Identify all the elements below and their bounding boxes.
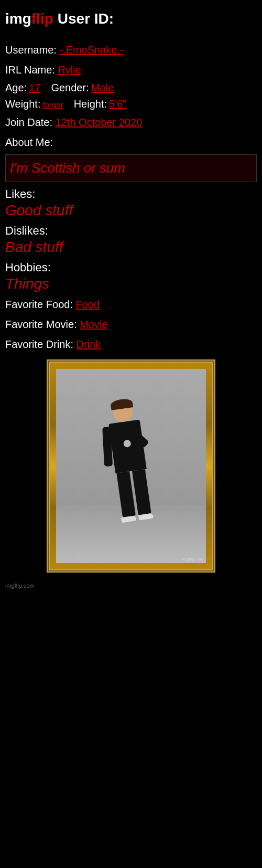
likes-label: Likes:: [5, 187, 257, 201]
fav-food-value: Food: [76, 299, 100, 310]
header: imgflip User ID:: [5, 5, 257, 38]
photo-watermark: imgflip.com: [182, 557, 203, 562]
person-torso: [108, 420, 147, 473]
person-head: [111, 400, 134, 423]
fav-drink-row: Favorite Drink: Drink: [5, 336, 257, 352]
fav-drink-label: Favorite Drink:: [5, 338, 73, 350]
about-me-label: About Me:: [5, 136, 53, 148]
gender-field: Gender: Male: [51, 82, 114, 94]
person-left-arm: [102, 427, 113, 467]
fav-drink-value: Drink: [77, 338, 101, 350]
join-date-row: Join Date: 12th October 2020: [5, 114, 257, 130]
join-date-label: Join Date:: [5, 117, 52, 128]
fav-food-row: Favorite Food: Food: [5, 297, 257, 312]
weight-field: Weight: forgor: [5, 98, 63, 110]
fav-food-label: Favorite Food:: [5, 299, 73, 310]
height-label: Height:: [74, 98, 107, 110]
irl-name-row: IRL Name: Rylie: [5, 62, 257, 78]
footer-watermark: imgflip.com: [5, 580, 257, 591]
irl-name-value: Rylie: [58, 64, 81, 76]
fav-movie-row: Favorite Movie: Movie: [5, 316, 257, 332]
dislikes-value: Bad stuff: [5, 239, 257, 256]
gender-label: Gender:: [51, 82, 89, 94]
irl-name-label: IRL Name:: [5, 64, 55, 76]
photo-frame-wrapper: imgflip.com: [5, 363, 257, 569]
username-row: Username: -.EmoSnake.-: [5, 42, 257, 58]
weight-label: Weight:: [5, 98, 40, 110]
about-me-value: I'm Scottish or sum: [10, 160, 125, 176]
weight-height-row: Weight: forgor Height: 5'6": [5, 98, 257, 110]
logo-img-text: img: [5, 10, 31, 27]
scene-background: imgflip.com: [56, 369, 206, 563]
logo-flip-text: flip: [31, 10, 53, 27]
person-logo: [123, 439, 131, 448]
photo-inner: imgflip.com: [56, 369, 206, 563]
username-label: Username:: [5, 44, 57, 56]
weight-value: forgor: [42, 100, 63, 109]
logo: imgflip: [5, 10, 53, 27]
about-me-section: About Me:: [5, 134, 257, 150]
about-me-box: I'm Scottish or sum: [5, 154, 257, 182]
page-title: User ID:: [58, 10, 114, 27]
age-field: Age: 17: [5, 82, 40, 94]
age-value: 17: [29, 82, 40, 94]
age-label: Age:: [5, 82, 27, 94]
join-date-value: 12th October 2020: [56, 117, 143, 128]
fav-movie-value: Movie: [80, 319, 107, 330]
fav-movie-label: Favorite Movie:: [5, 319, 77, 330]
dislikes-label: Dislikes:: [5, 224, 257, 238]
person-legs: [115, 469, 152, 518]
age-gender-row: Age: 17 Gender: Male: [5, 82, 257, 94]
height-field: Height: 5'6": [74, 98, 127, 110]
gender-value: Male: [91, 82, 114, 94]
height-value: 5'6": [109, 98, 126, 110]
username-value: -.EmoSnake.-: [59, 44, 123, 56]
likes-value: Good stuff: [5, 202, 257, 219]
hobbies-label: Hobbies:: [5, 261, 257, 274]
ornate-frame: imgflip.com: [50, 363, 212, 569]
hobbies-value: Things: [5, 276, 257, 292]
